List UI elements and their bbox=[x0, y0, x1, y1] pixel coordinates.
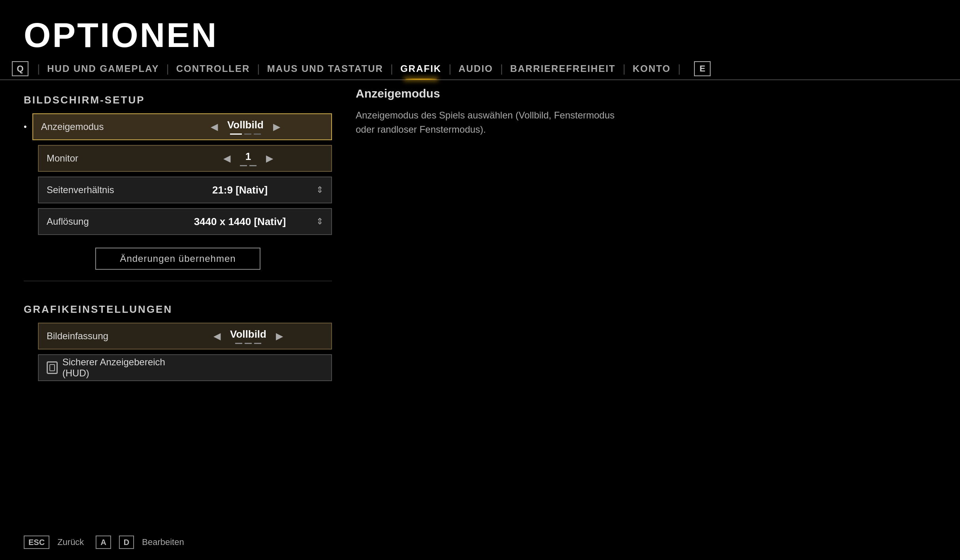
apply-btn-wrapper: Änderungen übernehmen bbox=[24, 248, 332, 270]
setting-value-bildeinfassung: Vollbild bbox=[230, 328, 266, 340]
setting-label-bildeinfassung: Bildeinfassung bbox=[47, 331, 173, 342]
nav-key-q[interactable]: Q bbox=[12, 61, 28, 76]
setting-value-area-anzeigemodus: ◀ Vollbild ▶ bbox=[168, 119, 323, 135]
arrow-left-anzeigemodus[interactable]: ◀ bbox=[211, 121, 218, 132]
setting-label-monitor: Monitor bbox=[47, 153, 173, 164]
nav-item-maus[interactable]: MAUS UND TASTATUR bbox=[262, 62, 389, 76]
nav-item-konto[interactable]: KONTO bbox=[627, 62, 676, 76]
description-title: Anzeigemodus bbox=[356, 87, 936, 100]
setting-wrapper-monitor: Monitor ◀ 1 ▶ bbox=[24, 145, 332, 172]
setting-value-area-aufloesung: 3440 x 1440 [Nativ] ⇕ bbox=[173, 216, 323, 228]
setting-wrapper-bildeinfassung: Bildeinfassung ◀ Vollbild ▶ bbox=[24, 323, 332, 350]
arrow-right-bildeinfassung[interactable]: ▶ bbox=[276, 331, 283, 342]
arrow-right-monitor[interactable]: ▶ bbox=[266, 153, 273, 164]
setting-value-area-seitenverhaeltnis: 21:9 [Nativ] ⇕ bbox=[173, 184, 323, 196]
setting-wrapper-anzeigemodus: • Anzeigemodus ◀ Vollbild ▶ bbox=[24, 113, 332, 140]
setting-row-sicherer-bereich[interactable]: Sicherer Anzeigebereich (HUD) bbox=[38, 354, 332, 381]
nav-item-grafik[interactable]: GRAFIK bbox=[395, 62, 447, 76]
setting-label-sicherer-bereich: Sicherer Anzeigebereich (HUD) bbox=[47, 357, 173, 379]
nav-bar: Q | HUD UND GAMEPLAY | CONTROLLER | MAUS… bbox=[0, 61, 960, 80]
dropdown-arrow-aufloesung[interactable]: ⇕ bbox=[316, 216, 323, 227]
page-title: OPTIONEN bbox=[24, 15, 218, 55]
setting-value-aufloesung: 3440 x 1440 [Nativ] bbox=[173, 216, 307, 228]
nav-item-hud[interactable]: HUD UND GAMEPLAY bbox=[41, 62, 164, 76]
section-header-bildschirm: BILDSCHIRM-SETUP bbox=[24, 94, 332, 106]
arrow-left-bildeinfassung[interactable]: ◀ bbox=[213, 331, 221, 342]
apply-button[interactable]: Änderungen übernehmen bbox=[95, 248, 260, 270]
section-header-grafik: GRAFIKEINSTELLUNGEN bbox=[24, 303, 332, 316]
setting-wrapper-seitenverhaeltnis: Seitenverhältnis 21:9 [Nativ] ⇕ bbox=[24, 177, 332, 203]
setting-row-bildeinfassung[interactable]: Bildeinfassung ◀ Vollbild ▶ bbox=[38, 323, 332, 350]
description-text: Anzeigemodus des Spiels auswählen (Vollb… bbox=[356, 108, 624, 137]
setting-value-area-monitor: ◀ 1 ▶ bbox=[173, 150, 323, 166]
nav-item-controller[interactable]: CONTROLLER bbox=[171, 62, 256, 76]
nav-divider-left: | bbox=[37, 62, 40, 75]
setting-value-seitenverhaeltnis: 21:9 [Nativ] bbox=[173, 184, 307, 196]
bullet-anzeigemodus: • bbox=[24, 122, 27, 132]
arrow-right-anzeigemodus[interactable]: ▶ bbox=[273, 121, 280, 132]
arrow-left-monitor[interactable]: ◀ bbox=[223, 153, 230, 164]
bottom-bar: ESC Zurück A D Bearbeiten bbox=[24, 536, 188, 549]
setting-wrapper-aufloesung: Auflösung 3440 x 1440 [Nativ] ⇕ bbox=[24, 208, 332, 235]
edit-label: Bearbeiten bbox=[142, 537, 184, 547]
key-a[interactable]: A bbox=[96, 536, 111, 549]
right-panel: Anzeigemodus Anzeigemodus des Spiels aus… bbox=[356, 83, 936, 521]
setting-row-monitor[interactable]: Monitor ◀ 1 ▶ bbox=[38, 145, 332, 172]
main-content: BILDSCHIRM-SETUP • Anzeigemodus ◀ Vollbi… bbox=[24, 83, 936, 521]
setting-label-seitenverhaeltnis: Seitenverhältnis bbox=[47, 184, 173, 195]
safe-area-icon bbox=[47, 361, 58, 374]
back-label: Zurück bbox=[57, 537, 84, 547]
nav-item-audio[interactable]: AUDIO bbox=[453, 62, 498, 76]
setting-wrapper-sicherer-bereich: Sicherer Anzeigebereich (HUD) bbox=[24, 354, 332, 381]
nav-item-barriere[interactable]: BARRIEREFREIHEIT bbox=[505, 62, 621, 76]
nav-key-e[interactable]: E bbox=[694, 61, 711, 76]
setting-value-area-bildeinfassung: ◀ Vollbild ▶ bbox=[173, 328, 323, 344]
left-panel: BILDSCHIRM-SETUP • Anzeigemodus ◀ Vollbi… bbox=[24, 83, 332, 521]
setting-label-aufloesung: Auflösung bbox=[47, 216, 173, 227]
setting-value-monitor: 1 bbox=[245, 150, 251, 163]
section-divider bbox=[24, 281, 332, 281]
dropdown-arrow-seitenverhaeltnis[interactable]: ⇕ bbox=[316, 185, 323, 195]
setting-label-anzeigemodus: Anzeigemodus bbox=[41, 121, 168, 132]
key-d[interactable]: D bbox=[119, 536, 134, 549]
setting-value-anzeigemodus: Vollbild bbox=[227, 119, 264, 131]
setting-row-aufloesung[interactable]: Auflösung 3440 x 1440 [Nativ] ⇕ bbox=[38, 208, 332, 235]
key-esc[interactable]: ESC bbox=[24, 536, 49, 549]
setting-row-anzeigemodus[interactable]: Anzeigemodus ◀ Vollbild ▶ bbox=[32, 113, 332, 140]
setting-row-seitenverhaeltnis[interactable]: Seitenverhältnis 21:9 [Nativ] ⇕ bbox=[38, 177, 332, 203]
